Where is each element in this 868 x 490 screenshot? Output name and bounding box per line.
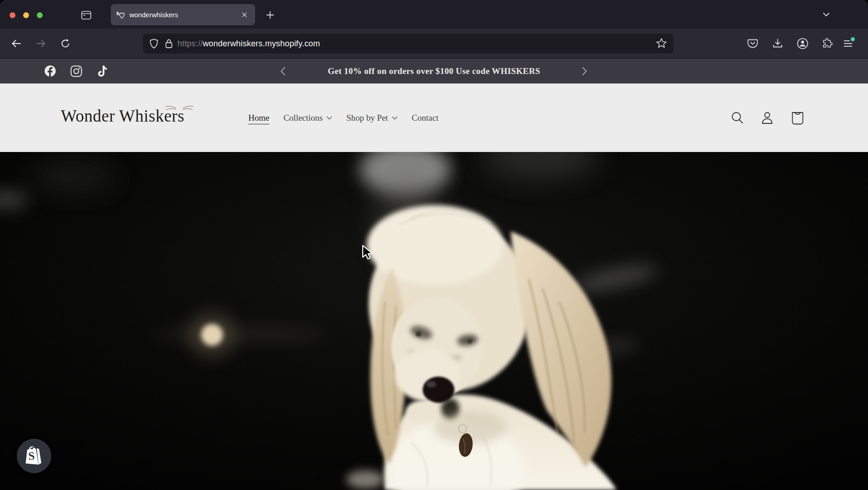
paw-heart-favicon-icon: [116, 11, 125, 19]
reload-button[interactable]: [58, 36, 73, 51]
forward-button[interactable]: [33, 36, 49, 51]
shopping-bag-icon: [791, 111, 804, 125]
chevron-down-icon: [326, 116, 332, 120]
pocket-button[interactable]: [744, 34, 762, 53]
web-page: Get 10% off on orders over $100 Use code…: [0, 59, 868, 490]
new-tab-button[interactable]: [262, 7, 278, 23]
nav-link-home[interactable]: Home: [248, 113, 269, 123]
chevron-down-icon: [823, 12, 830, 17]
menu-notification-dot: [851, 37, 855, 41]
url-bar[interactable]: https://wonderwhiskers.myshopify.com: [143, 34, 673, 54]
sidebar-icon: [81, 11, 91, 20]
nav-label: Collections: [283, 113, 323, 123]
nav-link-contact[interactable]: Contact: [412, 113, 439, 123]
screenshot-stage: wonderwhiskers: [0, 0, 868, 490]
list-all-tabs-button[interactable]: [818, 6, 834, 23]
lock-icon: [165, 38, 173, 49]
close-icon: [242, 12, 247, 18]
back-button[interactable]: [9, 36, 24, 51]
nav-link-collections[interactable]: Collections: [283, 113, 332, 123]
pocket-icon: [747, 39, 758, 49]
nav-label: Home: [248, 113, 269, 123]
back-arrow-icon: [11, 39, 21, 48]
tiktok-link[interactable]: [95, 64, 108, 78]
shopify-monogram: S: [28, 450, 35, 462]
extensions-button[interactable]: [818, 34, 836, 53]
navigation-toolbar: https://wonderwhiskers.myshopify.com: [0, 29, 868, 59]
downloads-button[interactable]: [769, 34, 787, 53]
plus-icon: [266, 11, 274, 19]
chevron-right-icon: [582, 67, 587, 76]
cart-button[interactable]: [789, 109, 807, 127]
hero-section[interactable]: [0, 152, 868, 490]
reload-icon: [60, 39, 70, 49]
account-link[interactable]: [758, 109, 776, 127]
nav-label: Shop by Pet: [346, 113, 388, 123]
announcement-bar: Get 10% off on orders over $100 Use code…: [0, 59, 868, 83]
announcement-next-button[interactable]: [577, 63, 591, 79]
instagram-icon: [70, 65, 82, 77]
shopify-logo-icon: S: [24, 445, 44, 467]
traffic-lights: [10, 12, 43, 18]
shield-icon: [149, 38, 158, 49]
shopify-badge[interactable]: S: [17, 439, 51, 473]
tab-close-button[interactable]: [239, 10, 250, 20]
site-header: Wonder Whiskers Home Collections: [0, 83, 868, 152]
nav-link-shop-by-pet[interactable]: Shop by Pet: [346, 113, 398, 123]
announcement-message: Get 10% off on orders over $100 Use code…: [0, 59, 868, 83]
close-window-button[interactable]: [10, 12, 15, 18]
instagram-link[interactable]: [69, 64, 83, 78]
search-icon: [730, 111, 744, 125]
puzzle-icon: [822, 38, 833, 49]
forward-arrow-icon: [36, 39, 46, 48]
download-icon: [772, 38, 783, 49]
account-button[interactable]: [794, 34, 812, 53]
search-button[interactable]: [728, 109, 746, 127]
chevron-left-icon: [281, 67, 286, 76]
url-scheme: https://: [178, 39, 203, 48]
main-navigation: Home Collections Shop by Pet Contact: [248, 83, 439, 152]
sidebar-toggle-button[interactable]: [79, 8, 94, 22]
url-text: https://wonderwhiskers.myshopify.com: [178, 39, 320, 49]
account-icon: [797, 38, 809, 49]
browser-window: wonderwhiskers: [0, 0, 868, 490]
person-icon: [761, 111, 774, 125]
browser-tab[interactable]: wonderwhiskers: [111, 4, 255, 25]
facebook-link[interactable]: [44, 64, 57, 78]
nav-label: Contact: [412, 113, 439, 123]
tab-title: wonderwhiskers: [129, 11, 239, 19]
minimize-window-button[interactable]: [23, 12, 29, 18]
url-host: wonderwhiskers.myshopify.com: [203, 39, 320, 48]
menu-button[interactable]: [839, 34, 857, 53]
mouse-cursor: [362, 245, 375, 260]
hero-dog-image: [0, 152, 868, 490]
chevron-down-icon: [392, 116, 398, 120]
zoom-window-button[interactable]: [37, 12, 43, 18]
whiskers-flourish-icon: [165, 104, 194, 113]
tiktok-icon: [97, 65, 108, 77]
bookmark-star-button[interactable]: [656, 38, 667, 50]
facebook-icon: [44, 65, 56, 77]
tab-bar: wonderwhiskers: [0, 0, 868, 29]
announcement-prev-button[interactable]: [276, 63, 290, 79]
star-icon: [656, 38, 667, 48]
